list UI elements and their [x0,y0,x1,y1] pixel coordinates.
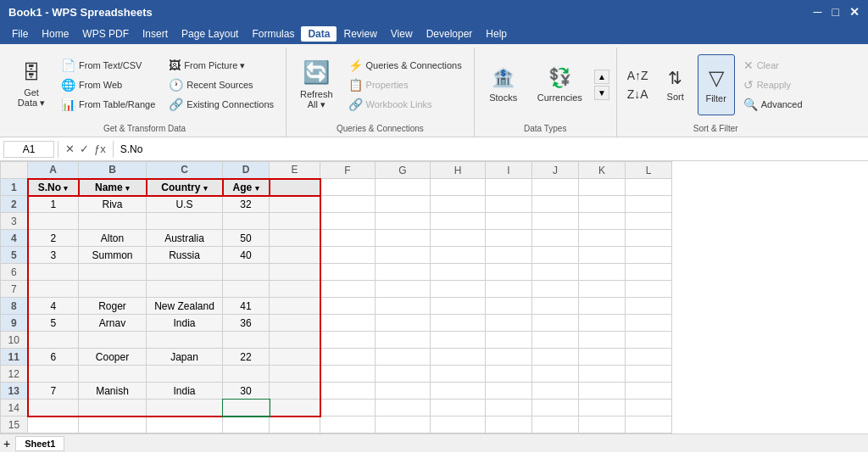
cell-I12[interactable] [486,366,532,383]
cell-E10[interactable] [270,332,320,349]
cell-L4[interactable] [626,230,672,247]
cell-K15[interactable] [579,416,626,433]
cell-L8[interactable] [626,298,672,315]
cell-D10[interactable] [223,332,270,349]
cell-F14[interactable] [320,400,376,416]
cell-L9[interactable] [626,315,672,332]
spreadsheet-container[interactable]: A B C D E F G H I J K L 1 S.No ▾ Name ▾ … [0,161,868,433]
cell-K13[interactable] [579,383,626,400]
add-sheet-icon[interactable]: + [3,437,10,450]
cell-L10[interactable] [626,332,672,349]
from-table-button[interactable]: 📊 From Table/Range [56,95,160,114]
cell-A14[interactable] [28,400,79,416]
confirm-icon[interactable]: ✓ [80,143,89,155]
cell-E7[interactable] [270,281,320,298]
col-header-B[interactable]: B [79,162,147,179]
cell-C1[interactable]: Country ▾ [147,179,223,196]
cell-G3[interactable] [376,213,431,230]
cell-C9[interactable]: India [147,315,223,332]
cell-H2[interactable] [431,196,486,213]
cell-A7[interactable] [28,281,79,298]
cell-C3[interactable] [147,213,223,230]
from-text-csv-button[interactable]: 📄 From Text/CSV [56,56,160,75]
cell-F12[interactable] [320,366,376,383]
cell-H3[interactable] [431,213,486,230]
from-web-button[interactable]: 🌐 From Web [56,75,160,94]
cell-C14[interactable] [147,400,223,416]
clear-button[interactable]: ✕ Clear [738,56,808,75]
cell-A8[interactable]: 4 [28,298,79,315]
cell-B13[interactable]: Manish [79,383,147,400]
cell-L5[interactable] [626,247,672,264]
cell-J7[interactable] [532,281,579,298]
cell-H4[interactable] [431,230,486,247]
cell-D9[interactable]: 36 [223,315,270,332]
cell-C2[interactable]: U.S [147,196,223,213]
cell-B15[interactable] [79,416,147,433]
cell-D15[interactable] [223,416,270,433]
cell-E14[interactable] [270,400,320,416]
cell-E13[interactable] [270,383,320,400]
cell-L15[interactable] [626,416,672,433]
cell-L13[interactable] [626,383,672,400]
cell-I3[interactable] [486,213,532,230]
menu-developer[interactable]: Developer [420,26,480,42]
cell-I9[interactable] [486,315,532,332]
cell-E12[interactable] [270,366,320,383]
cell-B12[interactable] [79,366,147,383]
cell-E15[interactable] [270,416,320,433]
cell-F2[interactable] [320,196,376,213]
cell-G14[interactable] [376,400,431,416]
cell-A13[interactable]: 7 [28,383,79,400]
cell-K3[interactable] [579,213,626,230]
cell-D2[interactable]: 32 [223,196,270,213]
cell-C12[interactable] [147,366,223,383]
cell-K9[interactable] [579,315,626,332]
cell-D6[interactable] [223,264,270,281]
col-header-C[interactable]: C [147,162,223,179]
cell-B5[interactable]: Summon [79,247,147,264]
cell-D7[interactable] [223,281,270,298]
cell-H14[interactable] [431,400,486,416]
cell-F13[interactable] [320,383,376,400]
col-header-J[interactable]: J [532,162,579,179]
cell-L6[interactable] [626,264,672,281]
cell-J11[interactable] [532,349,579,366]
cell-D11[interactable]: 22 [223,349,270,366]
cell-D1[interactable]: Age ▾ [223,179,270,196]
cell-H9[interactable] [431,315,486,332]
menu-data[interactable]: Data [301,26,337,42]
cell-A11[interactable]: 6 [28,349,79,366]
cell-I5[interactable] [486,247,532,264]
cell-B11[interactable]: Cooper [79,349,147,366]
data-types-scroll-down[interactable]: ▼ [594,86,609,100]
sort-az-button[interactable]: A↑Z [624,67,652,84]
menu-wps-pdf[interactable]: WPS PDF [75,26,136,42]
cell-I13[interactable] [486,383,532,400]
cell-H8[interactable] [431,298,486,315]
col-header-F[interactable]: F [320,162,376,179]
cell-A12[interactable] [28,366,79,383]
cell-F8[interactable] [320,298,376,315]
existing-connections-button[interactable]: 🔗 Existing Connections [164,95,279,114]
cell-G12[interactable] [376,366,431,383]
sheet-tab-sheet1[interactable]: Sheet1 [15,436,64,451]
cell-B1[interactable]: Name ▾ [79,179,147,196]
cell-E2[interactable] [270,196,320,213]
cell-I1[interactable] [486,179,532,196]
cell-H12[interactable] [431,366,486,383]
cell-B7[interactable] [79,281,147,298]
cell-K1[interactable] [579,179,626,196]
cell-I4[interactable] [486,230,532,247]
advanced-button[interactable]: 🔍 Advanced [738,95,808,114]
cell-D12[interactable] [223,366,270,383]
cell-F11[interactable] [320,349,376,366]
cell-K11[interactable] [579,349,626,366]
menu-formulas[interactable]: Formulas [245,26,301,42]
cell-G7[interactable] [376,281,431,298]
cell-J4[interactable] [532,230,579,247]
cell-B6[interactable] [79,264,147,281]
cell-H5[interactable] [431,247,486,264]
refresh-all-button[interactable]: 🔄 RefreshAll ▾ [293,54,340,115]
cell-J12[interactable] [532,366,579,383]
